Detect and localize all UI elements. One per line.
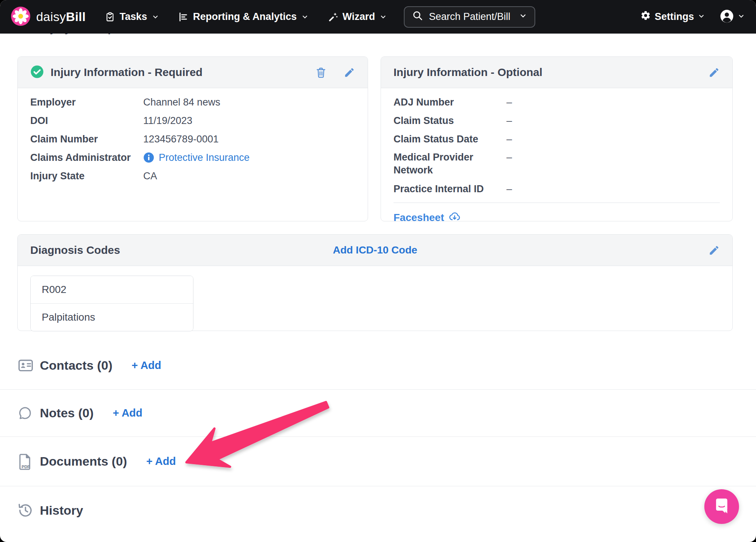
- edit-button[interactable]: [708, 245, 720, 256]
- claims-administrator-link[interactable]: Protective Insurance: [159, 148, 250, 167]
- contacts-title: Contacts (0): [40, 358, 112, 373]
- diagnosis-codes-card: Diagnosis Codes Add ICD-10 Code R002 Pal…: [17, 234, 733, 331]
- add-icd10-code-link[interactable]: Add ICD-10 Code: [333, 244, 417, 256]
- documents-section: PDF Documents (0) + Add: [0, 437, 756, 486]
- notes-section: Notes (0) + Add: [0, 390, 756, 437]
- svg-text:PDF: PDF: [22, 464, 30, 469]
- user-avatar-icon: [720, 9, 734, 25]
- diagnosis-code-item[interactable]: R002 Palpitations: [30, 276, 193, 331]
- diagnosis-description: Palpitations: [31, 304, 193, 331]
- info-row-doi: DOI 11/19/2023: [30, 111, 355, 130]
- info-row-claim-number: Claim Number 123456789-0001: [30, 130, 355, 148]
- info-row-employer: Employer Channel 84 news: [30, 93, 355, 111]
- card-title: Diagnosis Codes: [30, 244, 120, 256]
- chevron-down-icon: [301, 13, 309, 21]
- notes-title: Notes (0): [40, 406, 93, 420]
- nav-settings[interactable]: Settings: [640, 10, 705, 23]
- check-circle-icon: [30, 65, 44, 80]
- edit-button[interactable]: [344, 67, 355, 78]
- diagnosis-codes-header: Diagnosis Codes Add ICD-10 Code: [18, 235, 732, 266]
- daisy-logo-icon: [11, 7, 30, 27]
- speech-bubble-icon: [17, 406, 34, 421]
- info-row-claim-status: Claim Status –: [394, 111, 720, 130]
- info-row-practice-internal-id: Practice Internal ID –: [394, 180, 720, 198]
- app-window: Injury Description: [0, 0, 756, 542]
- cloud-download-icon: [449, 210, 461, 225]
- info-row-medical-provider-network: Medical Provider Network –: [394, 148, 720, 180]
- history-title: History: [40, 503, 83, 518]
- history-clock-icon: [17, 502, 34, 518]
- clipboard-icon: [105, 12, 115, 22]
- card-title: Injury Information - Required: [51, 66, 203, 79]
- gear-icon: [640, 10, 651, 23]
- nav-tasks[interactable]: Tasks: [105, 11, 159, 23]
- top-navbar: daisyBill Tasks: [0, 0, 756, 34]
- add-document-button[interactable]: + Add: [146, 455, 176, 467]
- brand-logo[interactable]: daisyBill: [11, 7, 86, 27]
- injury-info-optional-card: Injury Information - Optional ADJ Number…: [381, 56, 733, 221]
- magic-wand-icon: [328, 12, 338, 22]
- chevron-down-icon: [152, 13, 159, 21]
- search-icon: [412, 10, 423, 24]
- search-input[interactable]: Search Patient/Bill: [404, 6, 535, 28]
- info-row-claim-status-date: Claim Status Date –: [394, 130, 720, 148]
- brand-name: daisyBill: [36, 10, 86, 24]
- injury-info-required-card: Injury Information - Required: [17, 56, 368, 221]
- chevron-down-icon: [738, 13, 745, 21]
- history-section: History: [0, 486, 756, 534]
- pdf-file-icon: PDF: [17, 453, 34, 470]
- contacts-section: Contacts (0) + Add: [0, 341, 756, 390]
- contact-card-icon: [17, 357, 34, 374]
- info-row-injury-state: Injury State CA: [30, 167, 355, 185]
- divider: Facesheet: [394, 203, 720, 225]
- info-row-adj-number: ADJ Number –: [394, 93, 720, 111]
- delete-button[interactable]: [315, 67, 327, 78]
- documents-title: Documents (0): [40, 454, 127, 469]
- info-row-claims-administrator: Claims Administrator Protective Insuranc…: [30, 148, 355, 167]
- add-contact-button[interactable]: + Add: [131, 359, 161, 372]
- nav-account[interactable]: [720, 9, 745, 25]
- nav-wizard[interactable]: Wizard: [328, 11, 387, 23]
- bar-chart-icon: [178, 12, 189, 22]
- chevron-down-icon: [379, 13, 387, 21]
- edit-button[interactable]: [708, 67, 720, 78]
- injury-info-optional-header: Injury Information - Optional: [381, 57, 732, 88]
- diagnosis-code: R002: [31, 276, 193, 304]
- chevron-down-icon: [519, 11, 527, 23]
- chevron-down-icon: [698, 11, 705, 23]
- injury-info-required-header: Injury Information - Required: [18, 57, 368, 88]
- info-circle-icon[interactable]: [143, 152, 154, 163]
- nav-reporting-analytics[interactable]: Reporting & Analytics: [178, 11, 309, 23]
- chat-launcher-button[interactable]: [704, 489, 739, 524]
- chat-bubble-icon: [712, 496, 731, 517]
- facesheet-download-link[interactable]: Facesheet: [394, 210, 461, 225]
- card-title: Injury Information - Optional: [394, 66, 542, 79]
- add-note-button[interactable]: + Add: [113, 407, 142, 419]
